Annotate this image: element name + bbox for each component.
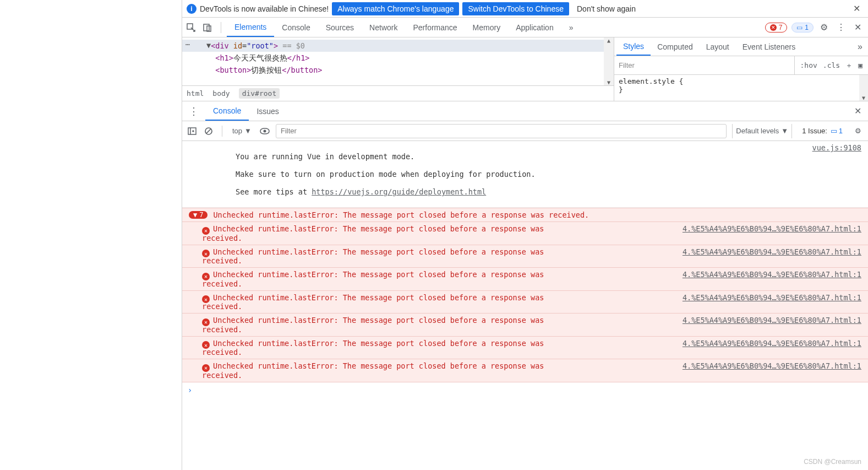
crumb-html[interactable]: html (187, 89, 204, 98)
styles-tab-styles[interactable]: Styles (616, 37, 651, 56)
styles-rules[interactable]: element.style { } ▼ (614, 75, 868, 101)
settings-gear-icon[interactable]: ⚙ (818, 22, 830, 33)
error-message[interactable]: ✕Unchecked runtime.lastError: The messag… (182, 222, 868, 245)
error-count: 7 (779, 24, 783, 31)
watermark: CSDN @Creamsun (804, 458, 861, 466)
page-content-area (0, 0, 182, 470)
error-icon: ✕ (202, 295, 210, 303)
elements-scrollbar[interactable]: ▲▼ (604, 37, 614, 85)
styles-filter-input[interactable] (614, 56, 794, 74)
log-source-link[interactable]: vue.js:9108 (812, 143, 861, 205)
tab-more-icon[interactable]: » (561, 18, 581, 37)
issues-link[interactable]: 1 Issue: ▭1 (798, 127, 847, 135)
error-message[interactable]: ✕Unchecked runtime.lastError: The messag… (182, 291, 868, 314)
error-text: Unchecked runtime.lastError: The message… (202, 247, 544, 266)
switch-language-button[interactable]: Switch DevTools to Chinese (462, 2, 569, 15)
log-line: You are running Vue in development mode. (236, 152, 414, 161)
styles-tab-layout[interactable]: Layout (700, 37, 736, 56)
hov-toggle[interactable]: :hov (800, 61, 817, 69)
infobar-text: DevTools is now available in Chinese! (200, 4, 329, 13)
error-text: Unchecked runtime.lastError: The message… (202, 361, 544, 380)
console-settings-gear-icon[interactable]: ⚙ (853, 126, 864, 137)
dom-node-selected[interactable]: ▼<div id="root"> == $0 (182, 40, 614, 52)
issue-count-pill[interactable]: ▭ 1 (791, 23, 814, 33)
console-filter-input[interactable] (276, 124, 727, 138)
main-toolbar: Elements Console Sources Network Perform… (182, 18, 868, 37)
styles-tab-more-icon[interactable]: » (854, 42, 866, 52)
styles-sidebar: Styles Computed Layout Event Listeners »… (614, 37, 868, 101)
error-icon: ✕ (202, 341, 210, 349)
issue-chat-icon: ▭ (796, 24, 803, 31)
console-sidebar-toggle-icon[interactable] (187, 126, 198, 137)
new-style-rule-icon[interactable]: ＋ (845, 61, 853, 71)
inspect-element-icon[interactable] (185, 22, 196, 33)
error-message[interactable]: ✕Unchecked runtime.lastError: The messag… (182, 268, 868, 291)
drawer-kebab-icon[interactable]: ⋮ (182, 105, 205, 117)
error-icon: ✕ (202, 227, 210, 235)
styles-tab-event-listeners[interactable]: Event Listeners (736, 37, 803, 56)
live-expression-icon[interactable] (259, 126, 270, 137)
console-output[interactable]: You are running Vue in development mode.… (182, 141, 868, 470)
breadcrumb: html body div#root (182, 85, 614, 101)
vue-deploy-link[interactable]: https://vuejs.org/guide/deployment.html (312, 187, 486, 196)
console-prompt[interactable]: › (182, 382, 868, 398)
dom-node-button[interactable]: <button>切换按钮</button> (182, 64, 614, 76)
drawer-close-icon[interactable]: ✕ (848, 106, 868, 116)
dismiss-infobar-button[interactable]: Don't show again (572, 2, 640, 15)
styles-scrollbar[interactable]: ▼ (859, 75, 868, 101)
error-message[interactable]: ✕Unchecked runtime.lastError: The messag… (182, 337, 868, 360)
chevron-down-icon: ▼ (781, 127, 788, 135)
error-source-link[interactable]: 4.%E5%A4%A9%E6%B0%94…%9E%E6%80%A7.html:1 (683, 316, 861, 325)
drawer-tab-issues[interactable]: Issues (249, 101, 286, 121)
error-text: Unchecked runtime.lastError: The message… (202, 339, 544, 357)
locale-infobar: i DevTools is now available in Chinese! … (182, 0, 868, 18)
error-message[interactable]: ✕Unchecked runtime.lastError: The messag… (182, 245, 868, 268)
drawer-tab-console[interactable]: Console (205, 101, 249, 121)
error-icon: ✕ (202, 364, 210, 372)
kebab-menu-icon[interactable]: ⋮ (834, 22, 848, 33)
clear-console-icon[interactable] (203, 126, 214, 137)
dom-node-h1[interactable]: <h1>今天天气很炎热</h1> (182, 52, 614, 64)
elements-tree[interactable]: ⋯ ▼<div id="root"> == $0 <h1>今天天气很炎热</h1… (182, 37, 614, 101)
close-devtools-icon[interactable]: ✕ (852, 22, 864, 33)
close-infobar-icon[interactable]: ✕ (850, 3, 864, 14)
match-language-button[interactable]: Always match Chrome's language (332, 2, 459, 15)
error-source-link[interactable]: 4.%E5%A4%A9%E6%B0%94…%9E%E6%80%A7.html:1 (683, 339, 861, 348)
rule-close: } (619, 85, 864, 94)
ellipsis-icon[interactable]: ⋯ (185, 40, 190, 48)
error-source-link[interactable]: 4.%E5%A4%A9%E6%B0%94…%9E%E6%80%A7.html:1 (683, 293, 861, 302)
error-message[interactable]: ✕Unchecked runtime.lastError: The messag… (182, 314, 868, 337)
cls-toggle[interactable]: .cls (823, 61, 840, 69)
error-source-link[interactable]: 4.%E5%A4%A9%E6%B0%94…%9E%E6%80%A7.html:1 (683, 361, 861, 370)
error-message[interactable]: ✕Unchecked runtime.lastError: The messag… (182, 359, 868, 382)
error-source-link[interactable]: 4.%E5%A4%A9%E6%B0%94…%9E%E6%80%A7.html:1 (683, 270, 861, 279)
error-source-link[interactable]: 4.%E5%A4%A9%E6%B0%94…%9E%E6%80%A7.html:1 (683, 247, 861, 256)
issues-label: 1 Issue: (802, 127, 827, 135)
tab-sources[interactable]: Sources (318, 18, 362, 37)
device-toolbar-icon[interactable] (202, 22, 213, 33)
computed-toggle-icon[interactable]: ▣ (858, 61, 862, 69)
execution-context-select[interactable]: top▼ (230, 127, 254, 135)
error-text: Unchecked runtime.lastError: The message… (202, 270, 544, 288)
error-icon: ✕ (202, 273, 210, 280)
crumb-root[interactable]: div#root (239, 88, 280, 99)
error-icon: ✕ (202, 318, 210, 326)
error-source-link[interactable]: 4.%E5%A4%A9%E6%B0%94…%9E%E6%80%A7.html:1 (683, 224, 861, 233)
tab-network[interactable]: Network (362, 18, 405, 37)
panel-tabs: Elements Console Sources Network Perform… (227, 18, 581, 37)
log-message[interactable]: You are running Vue in development mode.… (182, 141, 868, 208)
log-levels-select[interactable]: Default levels▼ (732, 124, 792, 138)
svg-point-5 (263, 129, 266, 132)
tab-memory[interactable]: Memory (465, 18, 509, 37)
tab-elements[interactable]: Elements (227, 18, 274, 37)
error-group-header[interactable]: ▼7 Unchecked runtime.lastError: The mess… (182, 208, 868, 222)
error-text: Unchecked runtime.lastError: The message… (202, 316, 544, 334)
styles-tab-computed[interactable]: Computed (651, 37, 700, 56)
log-line: See more tips at (236, 187, 312, 196)
console-toolbar: top▼ Default levels▼ 1 Issue: ▭1 ⚙ (182, 121, 868, 141)
tab-application[interactable]: Application (508, 18, 561, 37)
tab-performance[interactable]: Performance (405, 18, 465, 37)
crumb-body[interactable]: body (212, 89, 230, 98)
tab-console[interactable]: Console (274, 18, 318, 37)
error-count-pill[interactable]: ✕ 7 (765, 23, 788, 33)
